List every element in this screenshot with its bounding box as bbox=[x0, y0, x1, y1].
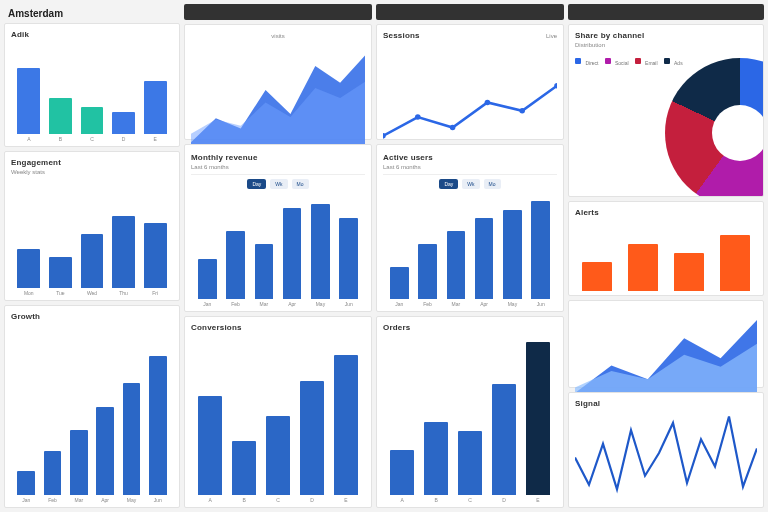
x-tick-label: A bbox=[198, 497, 222, 503]
bar[interactable] bbox=[300, 381, 324, 495]
bar[interactable] bbox=[334, 355, 358, 495]
bar[interactable] bbox=[49, 98, 72, 134]
bar[interactable] bbox=[390, 450, 414, 495]
chart-body bbox=[575, 311, 757, 402]
bar[interactable] bbox=[339, 218, 358, 299]
chart-body bbox=[191, 336, 365, 495]
bar[interactable] bbox=[81, 234, 104, 289]
panel-header: Monthly revenue Last 6 months bbox=[191, 151, 365, 175]
panel-alerts[interactable]: Alerts bbox=[568, 201, 764, 296]
chip-week[interactable]: Wk bbox=[462, 179, 479, 189]
panel-subtitle: Last 6 months bbox=[191, 164, 258, 170]
panel-donut[interactable]: Share by channel Distribution Direct Soc… bbox=[568, 24, 764, 198]
bar[interactable] bbox=[311, 204, 330, 299]
bar[interactable] bbox=[198, 259, 217, 299]
x-tick-label: Apr bbox=[96, 497, 113, 503]
panel-trend-area[interactable]: Trend bbox=[568, 300, 764, 388]
column-4: Share by channel Distribution Direct Soc… bbox=[568, 4, 764, 508]
bar[interactable] bbox=[266, 416, 290, 496]
panel-adik-bars[interactable]: Adik ABCDE bbox=[4, 23, 180, 147]
bar-group bbox=[11, 325, 173, 495]
bar[interactable] bbox=[720, 235, 749, 291]
chip-month[interactable]: Mo bbox=[292, 179, 309, 189]
column-3: Sessions Live Active users Last 6 months… bbox=[376, 4, 564, 508]
chart-body bbox=[575, 73, 757, 193]
x-tick-label: Apr bbox=[475, 301, 494, 307]
window-toolbar[interactable] bbox=[184, 4, 372, 20]
panel-title: Conversions bbox=[191, 323, 365, 332]
bar[interactable] bbox=[112, 216, 135, 288]
bar[interactable] bbox=[17, 471, 34, 495]
chart-body bbox=[575, 412, 757, 503]
panel-traffic-area[interactable]: visits bbox=[184, 24, 372, 140]
svg-point-4 bbox=[519, 108, 525, 114]
bar[interactable] bbox=[44, 451, 61, 495]
x-axis-labels: ABCDE bbox=[191, 497, 365, 503]
bar[interactable] bbox=[17, 68, 40, 134]
x-axis-labels: MonTueWedThuFri bbox=[11, 290, 173, 296]
bar[interactable] bbox=[283, 208, 302, 299]
bar[interactable] bbox=[198, 396, 222, 495]
bar[interactable] bbox=[492, 384, 516, 495]
bar[interactable] bbox=[628, 244, 657, 291]
bar[interactable] bbox=[226, 231, 245, 299]
panel-title: Sessions bbox=[383, 31, 420, 40]
panel-active-users[interactable]: Active users Last 6 months Day Wk Mo Jan… bbox=[376, 144, 564, 312]
bar[interactable] bbox=[418, 244, 437, 299]
panel-conversions[interactable]: Conversions ABCDE bbox=[184, 316, 372, 508]
bar[interactable] bbox=[255, 244, 274, 299]
panel-engagement[interactable]: Engagement Weekly stats MonTueWedThuFri bbox=[4, 151, 180, 301]
bar-group bbox=[575, 221, 757, 291]
chip-week[interactable]: Wk bbox=[270, 179, 287, 189]
x-tick-label: Mar bbox=[447, 301, 466, 307]
bar[interactable] bbox=[144, 223, 167, 288]
window-toolbar[interactable] bbox=[568, 4, 764, 20]
bar[interactable] bbox=[424, 422, 448, 495]
brand-block: Amsterdam bbox=[4, 4, 180, 19]
window-toolbar[interactable] bbox=[376, 4, 564, 20]
chip-day[interactable]: Day bbox=[247, 179, 266, 189]
chip-day[interactable]: Day bbox=[439, 179, 458, 189]
legend-item: Social bbox=[605, 51, 629, 69]
panel-revenue[interactable]: Monthly revenue Last 6 months Day Wk Mo … bbox=[184, 144, 372, 312]
bar[interactable] bbox=[232, 441, 256, 495]
bar[interactable] bbox=[674, 253, 703, 291]
x-tick-label: Jun bbox=[149, 497, 166, 503]
bar[interactable] bbox=[70, 430, 87, 495]
bar[interactable] bbox=[531, 201, 550, 299]
x-tick-label: Jun bbox=[531, 301, 550, 307]
bar-group bbox=[11, 179, 173, 288]
range-chips: Day Wk Mo bbox=[383, 179, 557, 189]
bar-group bbox=[383, 336, 557, 495]
chip-month[interactable]: Mo bbox=[484, 179, 501, 189]
x-tick-label: C bbox=[458, 497, 482, 503]
bar[interactable] bbox=[112, 112, 135, 134]
x-tick-label: May bbox=[311, 301, 330, 307]
bar[interactable] bbox=[458, 431, 482, 495]
bar[interactable] bbox=[503, 210, 522, 299]
bar[interactable] bbox=[447, 231, 466, 299]
panel-subtitle: Live bbox=[546, 33, 557, 40]
bar[interactable] bbox=[144, 81, 167, 134]
bar[interactable] bbox=[149, 356, 166, 495]
x-tick-label: Jan bbox=[198, 301, 217, 307]
x-tick-label: May bbox=[503, 301, 522, 307]
panel-sessions-line[interactable]: Sessions Live bbox=[376, 24, 564, 140]
panel-title: Signal bbox=[575, 399, 757, 408]
bar[interactable] bbox=[390, 267, 409, 299]
bar[interactable] bbox=[17, 249, 40, 288]
panel-orders[interactable]: Orders ABCDE bbox=[376, 316, 564, 508]
bar[interactable] bbox=[96, 407, 113, 495]
panel-growth[interactable]: Growth JanFebMarAprMayJun bbox=[4, 305, 180, 508]
chart-body bbox=[575, 221, 757, 291]
legend-item: Ads bbox=[664, 51, 683, 69]
bar[interactable] bbox=[526, 342, 550, 495]
bar[interactable] bbox=[475, 218, 494, 299]
x-tick-label: Jun bbox=[339, 301, 358, 307]
bar[interactable] bbox=[582, 262, 611, 291]
bar[interactable] bbox=[49, 257, 72, 288]
bar[interactable] bbox=[81, 107, 104, 134]
x-tick-label: B bbox=[49, 136, 72, 142]
bar[interactable] bbox=[123, 383, 140, 495]
panel-signal[interactable]: Signal bbox=[568, 392, 764, 508]
